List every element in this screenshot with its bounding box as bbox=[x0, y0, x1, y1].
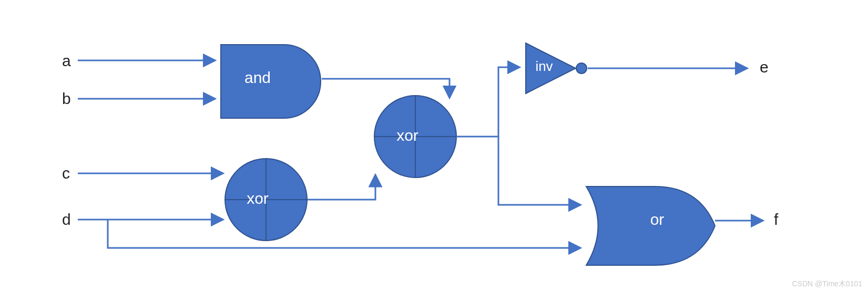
xor1-gate-label: xor bbox=[247, 190, 269, 207]
input-a-label: a bbox=[62, 52, 71, 69]
wire-xor1-xor2 bbox=[308, 175, 375, 200]
output-f-label: f bbox=[774, 211, 779, 228]
wire-and-xor2 bbox=[322, 79, 450, 97]
inv-gate-label: inv bbox=[535, 58, 553, 74]
and-gate: and bbox=[221, 45, 321, 118]
output-e-label: e bbox=[760, 58, 769, 76]
xor2-gate-label: xor bbox=[396, 127, 418, 144]
or-gate: or bbox=[586, 186, 715, 265]
wire-xor2-inv bbox=[456, 67, 519, 137]
watermark: CSDN @Time木0101 bbox=[792, 279, 862, 288]
or-gate-label: or bbox=[650, 211, 665, 228]
svg-point-6 bbox=[576, 63, 587, 74]
xor2-gate: xor bbox=[374, 96, 456, 178]
wire-d-or bbox=[108, 220, 580, 248]
input-d-label: d bbox=[62, 211, 71, 228]
and-gate-label: and bbox=[244, 69, 271, 86]
input-c-label: c bbox=[62, 164, 70, 182]
logic-diagram: a b c d e f and xor xor inv bbox=[0, 0, 868, 291]
inv-gate: inv bbox=[526, 43, 587, 93]
wire-xor2-or bbox=[498, 137, 580, 205]
input-b-label: b bbox=[62, 90, 71, 107]
xor1-gate: xor bbox=[225, 159, 307, 241]
